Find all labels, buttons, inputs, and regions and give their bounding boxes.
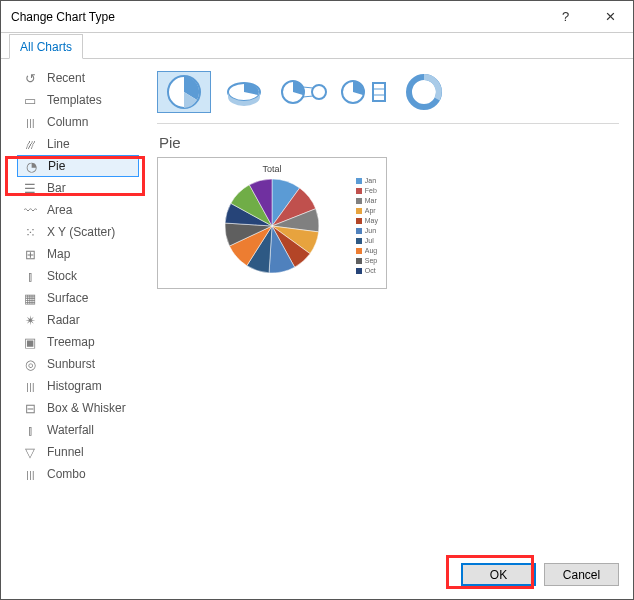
ok-button[interactable]: OK [461,563,536,586]
pie-legend: JanFebMarAprMayJunJulAugSepOct [356,176,378,276]
sidebar-item-label: Recent [47,71,85,85]
pie-subtype-row [157,71,619,124]
svg-line-5 [303,96,313,97]
sidebar-item-box-whisker[interactable]: ⊟ Box & Whisker [17,397,139,419]
area-icon: 〰 [21,203,39,218]
sidebar-item-column[interactable]: ⫼ Column [17,111,139,133]
tab-strip: All Charts [1,33,633,59]
chart-preview[interactable]: Total JanFebMarAprMayJunJulAugSepOct [157,157,387,289]
pie-of-pie-icon [279,73,329,111]
column-icon: ⫼ [21,115,39,130]
waterfall-icon: ⫿ [21,423,39,438]
recent-icon: ↺ [21,71,39,86]
sidebar-item-label: Bar [47,181,66,195]
sidebar-item-funnel[interactable]: ▽ Funnel [17,441,139,463]
box-whisker-icon: ⊟ [21,401,39,416]
close-button[interactable]: × [588,1,633,32]
svg-rect-7 [373,83,385,101]
help-button[interactable]: ? [543,1,588,32]
surface-icon: ▦ [21,291,39,306]
sunburst-icon: ◎ [21,357,39,372]
sidebar-item-label: Treemap [47,335,95,349]
sidebar-item-label: Surface [47,291,88,305]
bar-icon: ☰ [21,181,39,196]
sidebar-item-label: Line [47,137,70,151]
bar-of-pie-icon [339,73,389,111]
subtype-pie[interactable] [157,71,211,113]
sidebar-item-treemap[interactable]: ▣ Treemap [17,331,139,353]
preview-card-title: Total [164,164,380,174]
line-icon: ⫻ [21,137,39,152]
radar-icon: ✴ [21,313,39,328]
sidebar-item-scatter[interactable]: ⁙ X Y (Scatter) [17,221,139,243]
svg-point-3 [312,85,326,99]
sidebar-item-templates[interactable]: ▭ Templates [17,89,139,111]
sidebar-item-recent[interactable]: ↺ Recent [17,67,139,89]
sidebar-item-waterfall[interactable]: ⫿ Waterfall [17,419,139,441]
sidebar-item-combo[interactable]: ⫼ Combo [17,463,139,485]
dialog-change-chart-type: Change Chart Type ? × All Charts ↺ Recen… [0,0,634,600]
sidebar-item-histogram[interactable]: ⫼ Histogram [17,375,139,397]
sidebar-item-label: Box & Whisker [47,401,126,415]
sidebar-item-area[interactable]: 〰 Area [17,199,139,221]
sidebar-item-label: Histogram [47,379,102,393]
sidebar-item-sunburst[interactable]: ◎ Sunburst [17,353,139,375]
stock-icon: ⫿ [21,269,39,284]
sidebar-item-label: Funnel [47,445,84,459]
sidebar-item-label: X Y (Scatter) [47,225,115,239]
sidebar-item-label: Waterfall [47,423,94,437]
titlebar: Change Chart Type ? × [1,1,633,33]
sidebar-item-pie[interactable]: ◔ Pie [17,155,139,177]
sidebar-item-label: Map [47,247,70,261]
cancel-button[interactable]: Cancel [544,563,619,586]
sidebar-item-bar[interactable]: ☰ Bar [17,177,139,199]
chart-category-list: ↺ Recent ▭ Templates ⫼ Column ⫻ Line ◔ P… [1,59,149,549]
content-area: Pie Total JanFebMarAprMayJunJulAugSepOct [149,59,627,549]
sidebar-item-map[interactable]: ⊞ Map [17,243,139,265]
sidebar-item-stock[interactable]: ⫿ Stock [17,265,139,287]
svg-line-4 [303,87,313,88]
sidebar-item-label: Column [47,115,88,129]
sidebar-item-label: Radar [47,313,80,327]
sidebar-item-radar[interactable]: ✴ Radar [17,309,139,331]
tab-all-charts[interactable]: All Charts [9,34,83,59]
sidebar-item-label: Templates [47,93,102,107]
histogram-icon: ⫼ [21,379,39,394]
treemap-icon: ▣ [21,335,39,350]
pie-chart [217,176,327,276]
dialog-body: ↺ Recent ▭ Templates ⫼ Column ⫻ Line ◔ P… [1,59,633,549]
subtype-barofpie[interactable] [337,71,391,113]
subtype-pie-3d[interactable] [217,71,271,113]
doughnut-icon [403,73,445,111]
pie-3d-icon [223,73,265,111]
sidebar-item-label: Sunburst [47,357,95,371]
funnel-icon: ▽ [21,445,39,460]
sidebar-item-label: Combo [47,467,86,481]
subtype-pieofpie[interactable] [277,71,331,113]
window-title: Change Chart Type [11,10,543,24]
window-buttons: ? × [543,1,633,32]
sidebar-item-line[interactable]: ⫻ Line [17,133,139,155]
map-icon: ⊞ [21,247,39,262]
sidebar-item-label: Stock [47,269,77,283]
combo-icon: ⫼ [21,467,39,482]
dialog-footer: OK Cancel [1,549,633,599]
scatter-icon: ⁙ [21,225,39,240]
preview-heading: Pie [159,134,619,151]
sidebar-item-surface[interactable]: ▦ Surface [17,287,139,309]
sidebar-item-label: Pie [48,159,65,173]
subtype-doughnut[interactable] [397,71,451,113]
pie-2d-icon [163,73,205,111]
templates-icon: ▭ [21,93,39,108]
pie-icon: ◔ [22,159,40,174]
sidebar-item-label: Area [47,203,72,217]
